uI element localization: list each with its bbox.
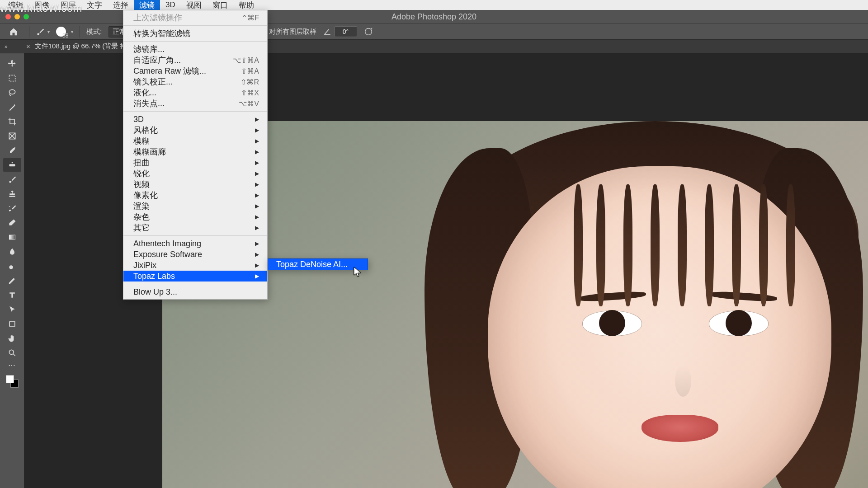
menu-shortcut: ⇧⌘R — [241, 78, 259, 86]
menu-item[interactable]: 风格化▶ — [123, 125, 267, 136]
menu-item-label: 锐化 — [133, 168, 150, 179]
close-icon[interactable] — [5, 14, 11, 19]
menu-item[interactable]: 转换为智能滤镜 — [123, 28, 267, 39]
submenu-arrow-icon: ▶ — [255, 273, 259, 279]
crop-tool[interactable] — [3, 115, 21, 128]
menu-item[interactable]: Athentech Imaging▶ — [123, 238, 267, 249]
brush-tool[interactable] — [3, 173, 21, 186]
menu-item[interactable]: 消失点...⌥⌘V — [123, 98, 267, 109]
menu-item[interactable]: 3D▶ — [123, 114, 267, 125]
marquee-tool[interactable] — [3, 71, 21, 85]
menubar-item[interactable]: 帮助 — [233, 0, 259, 11]
menu-item-label: Blow Up 3... — [133, 287, 177, 297]
maximize-icon[interactable] — [24, 14, 29, 19]
menu-item[interactable]: 锐化▶ — [123, 168, 267, 179]
menu-item[interactable]: 滤镜库... — [123, 44, 267, 55]
submenu-arrow-icon: ▶ — [255, 225, 259, 231]
menu-item[interactable]: 液化...⇧⌘X — [123, 87, 267, 98]
expand-panels-icon[interactable]: » — [3, 42, 9, 52]
menu-item[interactable]: 视频▶ — [123, 179, 267, 190]
submenu-arrow-icon: ▶ — [255, 214, 259, 220]
brush-preset-picker[interactable]: ▾ — [36, 27, 50, 36]
menu-item[interactable]: 杂色▶ — [123, 211, 267, 222]
menu-item[interactable]: Topaz Labs▶ — [123, 271, 267, 282]
menubar-item[interactable]: 视图 — [181, 0, 207, 11]
healing-brush-tool[interactable] — [3, 158, 21, 172]
magic-wand-tool[interactable] — [3, 100, 21, 114]
target-icon[interactable] — [363, 27, 373, 37]
filter-menu-dropdown: 上次滤镜操作⌃⌘F转换为智能滤镜滤镜库...自适应广角...⌥⇧⌘ACamera… — [123, 10, 268, 300]
menu-item-label: Athentech Imaging — [133, 239, 201, 249]
topaz-labs-submenu: Topaz DeNoise AI... — [268, 258, 368, 270]
foreground-color[interactable] — [6, 375, 14, 383]
path-selection-tool[interactable] — [3, 303, 21, 316]
submenu-arrow-icon: ▶ — [255, 192, 259, 198]
submenu-arrow-icon: ▶ — [255, 127, 259, 133]
menubar-item[interactable]: 窗口 — [207, 0, 233, 11]
menu-item-label: 视频 — [133, 179, 150, 190]
frame-tool[interactable] — [3, 129, 21, 143]
menubar-item[interactable]: 文字 — [81, 0, 108, 11]
dodge-tool[interactable] — [3, 259, 21, 273]
menu-item-label: Topaz Labs — [133, 272, 175, 281]
menu-item[interactable]: 渲染▶ — [123, 201, 267, 211]
chevron-down-icon: ▾ — [47, 29, 50, 34]
menu-item-label: 风格化 — [133, 125, 158, 136]
menu-item-label: Exposure Software — [133, 250, 202, 259]
menu-item[interactable]: 其它▶ — [123, 222, 267, 233]
pen-tool[interactable] — [3, 274, 21, 287]
menu-item-label: 滤镜库... — [133, 44, 165, 55]
svg-point-0 — [365, 28, 372, 35]
menu-shortcut: ⌃⌘F — [241, 14, 259, 22]
gradient-tool[interactable] — [3, 230, 21, 244]
type-tool[interactable] — [3, 288, 21, 302]
submenu-arrow-icon: ▶ — [255, 138, 259, 144]
zoom-tool[interactable] — [3, 346, 21, 360]
eraser-tool[interactable] — [3, 216, 21, 230]
menu-item[interactable]: 像素化▶ — [123, 190, 267, 201]
eyedropper-tool[interactable] — [3, 144, 21, 157]
menubar-item[interactable]: 3D — [160, 0, 181, 10]
toolbox: ⋯ — [0, 53, 24, 488]
menu-item[interactable]: Blow Up 3... — [123, 286, 267, 297]
submenu-item[interactable]: Topaz DeNoise AI... — [268, 259, 368, 270]
document-tab-title[interactable]: 文件108.jpg @ 66.7% (背景 拷 — [35, 42, 127, 51]
clone-stamp-tool[interactable] — [3, 187, 21, 201]
home-button[interactable] — [5, 25, 23, 38]
sample-all-layers-checkbox[interactable]: 对所有图层取样 — [260, 28, 316, 36]
image-region — [675, 365, 691, 397]
lasso-tool[interactable] — [3, 86, 21, 99]
menu-item[interactable]: 模糊画廊▶ — [123, 146, 267, 157]
history-brush-tool[interactable] — [3, 202, 21, 215]
menu-item-label: 液化... — [133, 87, 156, 98]
menu-item[interactable]: 模糊▶ — [123, 136, 267, 146]
menu-item[interactable]: 镜头校正...⇧⌘R — [123, 76, 267, 87]
image-region — [759, 184, 768, 306]
menubar-item[interactable]: 滤镜 — [134, 0, 160, 11]
brush-size-label: 38 — [62, 33, 68, 39]
minimize-icon[interactable] — [14, 14, 20, 19]
rectangle-tool[interactable] — [3, 317, 21, 331]
move-tool[interactable] — [3, 57, 21, 70]
image-region — [642, 415, 718, 442]
menu-item[interactable]: Exposure Software▶ — [123, 249, 267, 260]
menu-item[interactable]: 自适应广角...⌥⇧⌘A — [123, 55, 267, 66]
hand-tool[interactable] — [3, 332, 21, 345]
menubar-item[interactable]: 选择 — [108, 0, 134, 11]
menu-shortcut: ⇧⌘X — [241, 89, 259, 97]
menu-item[interactable]: JixiPix▶ — [123, 260, 267, 271]
watermark-text: www.MacW.com — [0, 2, 82, 14]
color-swatch[interactable] — [6, 375, 19, 388]
menu-item[interactable]: Camera Raw 滤镜...⇧⌘A — [123, 66, 267, 76]
svg-point-8 — [9, 350, 14, 354]
menu-separator — [123, 25, 267, 26]
tab-close-icon[interactable]: × — [26, 42, 30, 50]
brush-size-indicator[interactable]: 38 ▾ — [56, 24, 73, 39]
submenu-arrow-icon: ▶ — [255, 116, 259, 122]
traffic-lights — [0, 14, 29, 19]
angle-input[interactable]: 0° — [335, 26, 357, 37]
more-tools-icon[interactable]: ⋯ — [3, 361, 21, 370]
blur-tool[interactable] — [3, 245, 21, 258]
menu-item[interactable]: 扭曲▶ — [123, 157, 267, 168]
image-region — [732, 184, 741, 306]
